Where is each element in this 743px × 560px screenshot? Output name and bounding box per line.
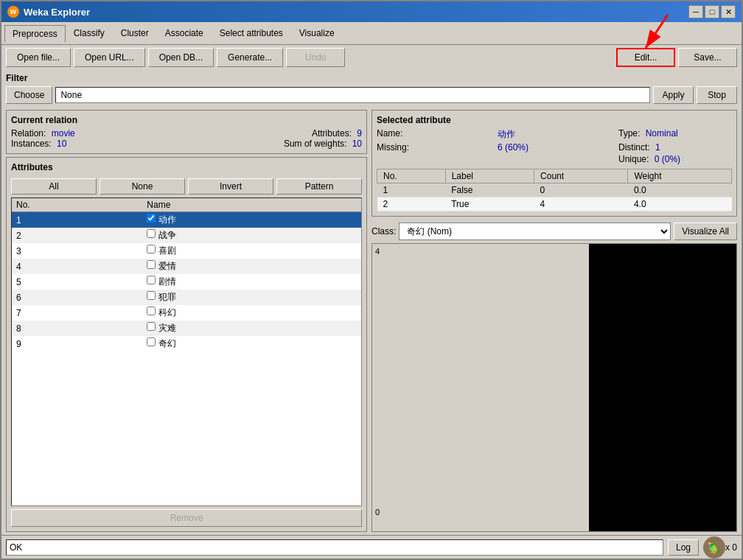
class-select[interactable]: 奇幻 (Nom) bbox=[399, 223, 671, 240]
class-label: Class: bbox=[372, 226, 396, 237]
name-value: 动作 bbox=[498, 128, 611, 141]
maximize-button[interactable]: □ bbox=[705, 5, 719, 18]
table-row[interactable]: 6 犯罪 bbox=[12, 290, 361, 305]
chart-area: 4 0 bbox=[372, 243, 737, 532]
window-title: Weka Explorer bbox=[24, 7, 90, 18]
attributes-section: Attributes All None Invert Pattern No. N… bbox=[6, 157, 367, 532]
open-url-button[interactable]: Open URL... bbox=[74, 48, 145, 67]
filter-row: Choose Apply Stop bbox=[6, 86, 737, 104]
row-checkbox[interactable] bbox=[147, 245, 156, 253]
menu-bar: Preprocess Classify Cluster Associate Se… bbox=[1, 22, 742, 45]
tab-classify[interactable]: Classify bbox=[66, 24, 113, 42]
data-row-count: 0 bbox=[534, 183, 628, 197]
choose-button[interactable]: Choose bbox=[6, 86, 52, 104]
chart-y-max: 4 bbox=[375, 247, 380, 256]
tab-select-attributes[interactable]: Select attributes bbox=[212, 24, 291, 42]
weka-bird-icon: 🦜 bbox=[703, 536, 725, 559]
col-no: No. bbox=[12, 198, 142, 212]
row-no: 1 bbox=[12, 212, 142, 228]
data-table-row: 2 True 4 4.0 bbox=[377, 197, 732, 211]
attributes-value: 9 bbox=[357, 128, 362, 139]
visualize-all-button[interactable]: Visualize All bbox=[674, 223, 737, 240]
sum-weights-label: Sum of weights: bbox=[284, 139, 346, 149]
row-checkbox[interactable] bbox=[147, 291, 156, 300]
table-row[interactable]: 3 喜剧 bbox=[12, 243, 361, 259]
tab-cluster[interactable]: Cluster bbox=[113, 24, 157, 42]
filter-input[interactable] bbox=[55, 87, 650, 103]
row-checkbox[interactable] bbox=[147, 337, 156, 346]
title-bar: W Weka Explorer ─ □ ✕ bbox=[1, 1, 742, 22]
table-row[interactable]: 4 爱情 bbox=[12, 259, 361, 274]
apply-button[interactable]: Apply bbox=[653, 86, 694, 104]
attributes-table-container[interactable]: No. Name 1 动作 2 战争 3 喜剧 4 bbox=[11, 197, 362, 506]
row-name: 战争 bbox=[142, 228, 361, 243]
none-button[interactable]: None bbox=[100, 178, 185, 195]
table-row[interactable]: 1 动作 bbox=[12, 212, 361, 228]
tab-preprocess[interactable]: Preprocess bbox=[4, 25, 66, 43]
data-row-no: 2 bbox=[377, 197, 446, 211]
attributes-title: Attributes bbox=[11, 162, 362, 172]
pattern-button[interactable]: Pattern bbox=[276, 178, 362, 195]
row-checkbox[interactable] bbox=[147, 229, 156, 238]
col-name: Name bbox=[142, 198, 361, 212]
table-row[interactable]: 9 奇幻 bbox=[12, 336, 361, 351]
close-button[interactable]: ✕ bbox=[721, 5, 736, 18]
edit-button[interactable]: Edit... bbox=[616, 48, 675, 67]
row-checkbox[interactable] bbox=[147, 322, 156, 331]
table-row[interactable]: 8 灾难 bbox=[12, 321, 361, 336]
data-row-label: False bbox=[445, 183, 534, 197]
main-window: W Weka Explorer ─ □ ✕ Preprocess Classif… bbox=[0, 0, 743, 560]
app-icon: W bbox=[7, 6, 19, 18]
data-row-count: 4 bbox=[534, 197, 628, 211]
minimize-button[interactable]: ─ bbox=[688, 5, 703, 18]
unique-row: Unique: 0 (0%) bbox=[618, 154, 732, 164]
type-value: Nominal bbox=[646, 128, 678, 139]
missing-label: Missing: bbox=[377, 142, 490, 153]
table-row[interactable]: 7 科幻 bbox=[12, 305, 361, 321]
class-row: Class: 奇幻 (Nom) Visualize All bbox=[372, 223, 737, 240]
x-count-label: x 0 bbox=[725, 542, 737, 553]
selected-attribute-section: Selected attribute Name: 动作 Type: Nomina… bbox=[372, 110, 737, 217]
row-name: 剧情 bbox=[142, 274, 361, 290]
relation-value: movie bbox=[52, 128, 75, 139]
table-row[interactable]: 5 剧情 bbox=[12, 274, 361, 290]
attr-data-table: No. Label Count Weight 1 False 0 0.0 2 T… bbox=[377, 169, 732, 211]
data-row-weight: 0.0 bbox=[628, 183, 732, 197]
generate-button[interactable]: Generate... bbox=[217, 48, 283, 67]
row-name: 灾难 bbox=[142, 321, 361, 336]
distinct-value: 1 bbox=[655, 142, 660, 153]
row-checkbox[interactable] bbox=[147, 276, 156, 284]
attributes-label: Attributes: bbox=[312, 128, 352, 139]
data-col-weight: Weight bbox=[628, 169, 732, 183]
row-no: 9 bbox=[12, 336, 142, 351]
log-button[interactable]: Log bbox=[668, 539, 699, 556]
open-db-button[interactable]: Open DB... bbox=[148, 48, 214, 67]
table-row[interactable]: 2 战争 bbox=[12, 228, 361, 243]
remove-button[interactable]: Remove bbox=[11, 509, 362, 527]
title-buttons: ─ □ ✕ bbox=[688, 5, 736, 18]
row-checkbox[interactable] bbox=[147, 307, 156, 315]
chart-y-min: 0 bbox=[375, 508, 380, 517]
left-panel: Current relation Relation: movie Instanc… bbox=[6, 110, 367, 532]
save-button[interactable]: Save... bbox=[678, 48, 737, 67]
row-no: 4 bbox=[12, 259, 142, 274]
all-button[interactable]: All bbox=[11, 178, 97, 195]
status-bar: OK Log 🦜 x 0 bbox=[1, 535, 742, 559]
tab-associate[interactable]: Associate bbox=[157, 24, 212, 42]
open-file-button[interactable]: Open file... bbox=[6, 48, 71, 67]
data-col-label: Label bbox=[445, 169, 534, 183]
status-text: OK bbox=[6, 539, 663, 556]
row-name: 喜剧 bbox=[142, 243, 361, 259]
invert-button[interactable]: Invert bbox=[188, 178, 273, 195]
row-checkbox[interactable] bbox=[147, 260, 156, 269]
data-table-row: 1 False 0 0.0 bbox=[377, 183, 732, 197]
undo-button[interactable]: Undo bbox=[286, 48, 345, 67]
tab-visualize[interactable]: Visualize bbox=[291, 24, 343, 42]
row-checkbox[interactable] bbox=[147, 214, 156, 223]
selected-attribute-title: Selected attribute bbox=[377, 115, 732, 125]
toolbar: Open file... Open URL... Open DB... Gene… bbox=[1, 45, 742, 70]
row-no: 6 bbox=[12, 290, 142, 305]
stop-button[interactable]: Stop bbox=[697, 86, 737, 104]
data-row-no: 1 bbox=[377, 183, 446, 197]
data-row-label: True bbox=[445, 197, 534, 211]
